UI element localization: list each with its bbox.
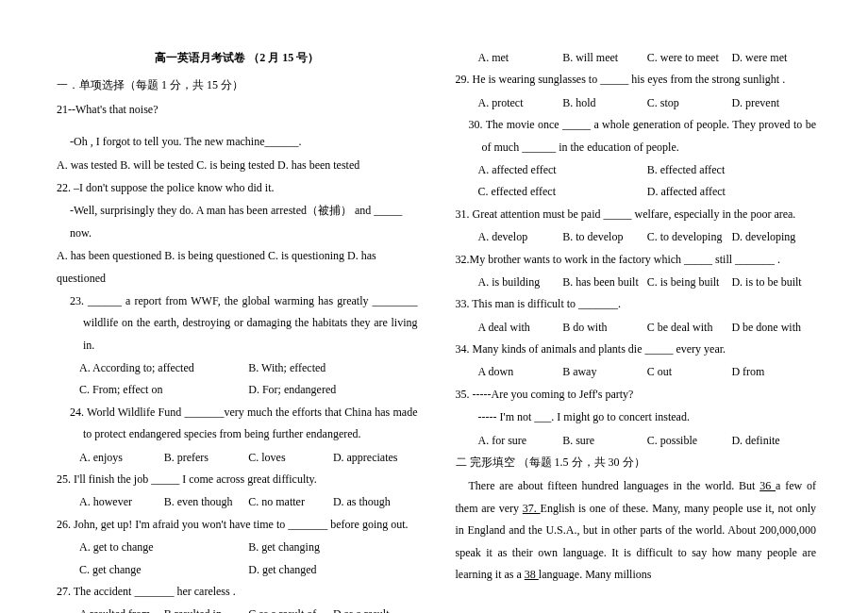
q26-optA: A. get to change [79, 537, 248, 558]
q23-optC: C. From; effect on [79, 379, 248, 401]
q33-optA: A deal with [478, 317, 563, 339]
cloze-text-1: There are about fifteen hundred language… [469, 479, 760, 492]
q24-optD: D. appreciates [333, 447, 418, 469]
q25-optD: D. as though [333, 491, 418, 513]
q35-options: A. for sure B. sure C. possible D. defin… [456, 430, 817, 452]
q30-options-row1: A. affected effect B. effected affect [456, 159, 817, 181]
q32-options: A. is building B. has been built C. is b… [456, 272, 817, 293]
q23-stem: 23. ______ a report from WWF, the global… [57, 290, 418, 356]
q27-optD: D as a result [333, 604, 418, 613]
q23-optB: B. With; effected [248, 357, 417, 379]
q34-optB: B away [562, 361, 647, 383]
q22-line2: -Well, surprisingly they do. A man has b… [57, 200, 418, 244]
q25-optA: A. however [79, 491, 164, 513]
section-2-label: 二 完形填空 （每题 1.5 分，共 30 分） [456, 452, 817, 473]
q22-line1: 22. –I don't suppose the police know who… [57, 177, 418, 199]
q26-optC: C. get change [79, 559, 248, 581]
q28-optD: D. were met [731, 47, 816, 69]
q35-line2: ----- I'm not ___. I might go to concert… [456, 406, 817, 428]
q32-optB: B. has been built [562, 272, 647, 293]
q23-optA: A. According to; affected [79, 357, 248, 379]
title-text: 高一英语月考试卷 （2 月 15 号） [155, 51, 319, 64]
q27-options: A resulted from B resulted in C as a res… [57, 604, 418, 613]
q32-optC: C. is being built [647, 272, 732, 293]
q30-stem: 30. The movie once _____ a whole generat… [456, 114, 817, 158]
q28-optB: B. will meet [562, 47, 647, 69]
q26-stem: 26. John, get up! I'm afraid you won't h… [57, 514, 418, 536]
q29-optA: A. protect [478, 92, 563, 114]
q24-optA: A. enjoys [79, 447, 164, 469]
q25-stem: 25. I'll finish the job _____ I come acr… [57, 469, 418, 490]
q22-options: A. has been questioned B. is being quest… [57, 245, 418, 290]
q26-optB: B. get changing [248, 537, 417, 558]
q21-options: A. was tested B. will be tested C. is be… [57, 155, 418, 176]
q34-options: A down B away C out D from [456, 361, 817, 383]
q30-optB: B. effected affect [647, 159, 816, 181]
q31-options: A. develop B. to develop C. to developin… [456, 226, 817, 248]
q34-optD: D from [731, 361, 816, 383]
q26-options-row1: A. get to change B. get changing [57, 537, 418, 558]
q28-options: A. met B. will meet C. were to meet D. w… [456, 47, 817, 69]
q35-optA: A. for sure [478, 430, 563, 452]
q32-optD: D. is to be built [731, 272, 816, 293]
q30-optC: C. effected effect [478, 181, 647, 203]
q27-optB: B resulted in [164, 604, 249, 613]
q33-options: A deal with B do with C be deal with D b… [456, 317, 817, 339]
q23-options-row1: A. According to; affected B. With; effec… [57, 357, 418, 379]
left-column: 高一英语月考试卷 （2 月 15 号） 一．单项选择（每题 1 分，共 15 分… [57, 47, 418, 575]
q33-optC: C be deal with [647, 317, 732, 339]
q31-stem: 31. Great attention must be paid _____ w… [456, 204, 817, 225]
q31-optC: C. to developing [647, 226, 732, 248]
cloze-blank-38: 38 [525, 568, 539, 581]
q24-options: A. enjoys B. prefers C. loves D. appreci… [57, 447, 418, 469]
q29-optD: D. prevent [731, 92, 816, 114]
q32-stem: 32.My brother wants to work in the facto… [456, 249, 817, 271]
q29-optC: C. stop [647, 92, 732, 114]
q25-optB: B. even though [164, 491, 249, 513]
q27-optC: C as a result of [248, 604, 333, 613]
q32-optA: A. is building [478, 272, 563, 293]
q24-optB: B. prefers [164, 447, 249, 469]
q33-stem: 33. This man is difficult to _______. [456, 293, 817, 315]
q24-stem: 24. World Wildlife Fund _______very much… [57, 402, 418, 446]
q33-optB: B do with [562, 317, 647, 339]
q26-optD: D. get changed [248, 559, 417, 581]
q31-optB: B. to develop [562, 226, 647, 248]
section-1-label: 一．单项选择（每题 1 分，共 15 分） [57, 75, 418, 96]
q29-stem: 29. He is wearing sunglasses to _____ hi… [456, 69, 817, 91]
q23-options-row2: C. From; effect on D. For; endangered [57, 379, 418, 401]
q25-options: A. however B. even though C. no matter D… [57, 491, 418, 513]
q30-options-row2: C. effected effect D. affected affect [456, 181, 817, 203]
q34-optA: A down [478, 361, 563, 383]
q35-optC: C. possible [647, 430, 732, 452]
q34-optC: C out [647, 361, 732, 383]
q29-options: A. protect B. hold C. stop D. prevent [456, 92, 817, 114]
q28-optC: C. were to meet [647, 47, 732, 69]
cloze-blank-37: 37. [523, 502, 541, 515]
q25-optC: C. no matter [248, 491, 333, 513]
q30-optA: A. affected effect [478, 159, 647, 181]
right-column: A. met B. will meet C. were to meet D. w… [456, 47, 817, 575]
q31-optA: A. develop [478, 226, 563, 248]
q23-optD: D. For; endangered [248, 379, 417, 401]
q28-optA: A. met [478, 47, 563, 69]
q35-optB: B. sure [562, 430, 647, 452]
q24-optC: C. loves [248, 447, 333, 469]
cloze-text-4: language. Many millions [539, 568, 652, 581]
q27-stem: 27. The accident _______ her careless . [57, 581, 418, 603]
q34-stem: 34. Many kinds of animals and plants die… [456, 339, 817, 360]
q33-optD: D be done with [731, 317, 816, 339]
q21-line1: 21--What's that noise? [57, 99, 418, 121]
q26-options-row2: C. get change D. get changed [57, 559, 418, 581]
cloze-blank-36: 36 [760, 479, 776, 492]
q35-line1: 35. -----Are you coming to Jeff's party? [456, 384, 817, 406]
q21-line2: -Oh , I forgot to tell you. The new mach… [57, 131, 418, 153]
q27-optA: A resulted from [79, 604, 164, 613]
q29-optB: B. hold [562, 92, 647, 114]
q31-optD: D. developing [731, 226, 816, 248]
q30-optD: D. affected affect [647, 181, 816, 203]
cloze-paragraph: There are about fifteen hundred language… [456, 475, 817, 586]
q35-optD: D. definite [731, 430, 816, 452]
exam-title: 高一英语月考试卷 （2 月 15 号） [57, 47, 418, 69]
